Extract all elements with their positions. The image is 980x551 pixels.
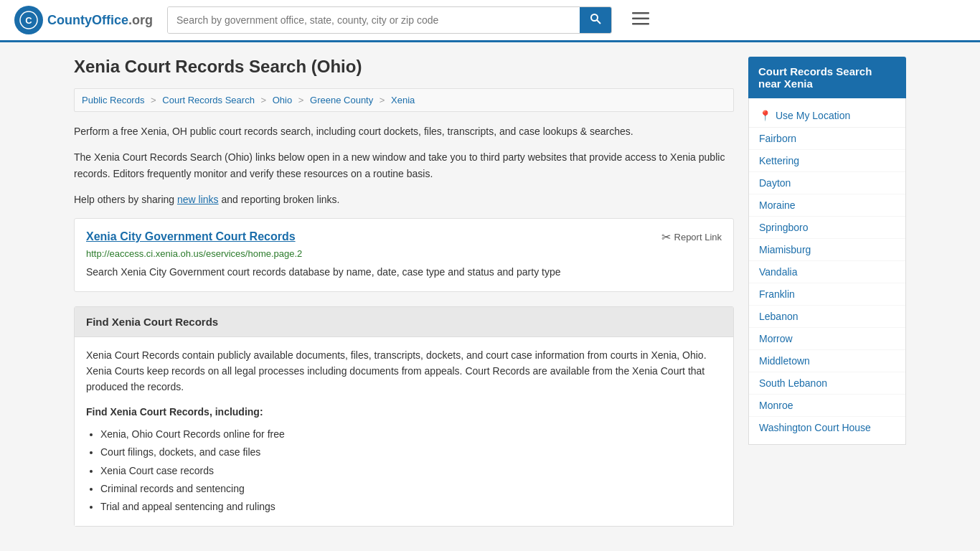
sidebar-link-miamisburg[interactable]: Miamisburg (749, 239, 905, 261)
logo[interactable]: C CountyOffice.org (14, 6, 153, 34)
record-card-header: Xenia City Government Court Records ✂ Re… (86, 230, 722, 244)
logo-icon: C (14, 6, 43, 34)
record-card-title[interactable]: Xenia City Government Court Records (86, 230, 296, 243)
breadcrumb-link-ohio[interactable]: Ohio (273, 95, 292, 105)
sidebar-link-vandalia[interactable]: Vandalia (749, 261, 905, 283)
sidebar-link-franklin[interactable]: Franklin (749, 283, 905, 306)
sidebar: Court Records Search near Xenia 📍 Use My… (748, 57, 906, 538)
scissors-icon: ✂ (661, 230, 671, 244)
svg-text:C: C (25, 15, 32, 26)
sidebar-link-moraine[interactable]: Moraine (749, 194, 905, 217)
new-links-link[interactable]: new links (177, 194, 219, 205)
sidebar-link-springboro[interactable]: Springboro (749, 217, 905, 239)
content-area: Xenia Court Records Search (Ohio) Public… (74, 57, 734, 538)
list-item: Criminal records and sentencing (100, 480, 722, 498)
search-button[interactable] (580, 7, 611, 33)
svg-rect-4 (632, 12, 649, 14)
find-section-list: Xenia, Ohio Court Records online for fre… (86, 425, 722, 516)
breadcrumb-sep-2: > (261, 95, 267, 105)
description-1: Perform a free Xenia, OH public court re… (74, 123, 734, 139)
breadcrumb-link-court-records[interactable]: Court Records Search (162, 95, 255, 105)
breadcrumb-sep-1: > (151, 95, 156, 105)
sidebar-link-south-lebanon[interactable]: South Lebanon (749, 372, 905, 395)
breadcrumb-link-xenia[interactable]: Xenia (391, 95, 415, 105)
sidebar-link-kettering[interactable]: Kettering (749, 150, 905, 172)
sidebar-link-dayton[interactable]: Dayton (749, 172, 905, 194)
search-bar (167, 6, 612, 34)
record-card: Xenia City Government Court Records ✂ Re… (74, 218, 734, 292)
svg-rect-5 (632, 18, 649, 20)
svg-point-2 (591, 14, 598, 21)
sidebar-header: Court Records Search near Xenia (748, 57, 906, 98)
find-section: Find Xenia Court Records Xenia Court Rec… (74, 306, 734, 527)
description-2: The Xenia Court Records Search (Ohio) li… (74, 149, 734, 182)
location-pin-icon: 📍 (759, 110, 771, 121)
description-3: Help others by sharing new links and rep… (74, 192, 734, 207)
record-card-description: Search Xenia City Government court recor… (86, 265, 722, 280)
breadcrumb-link-public-records[interactable]: Public Records (82, 95, 144, 105)
record-card-url[interactable]: http://eaccess.ci.xenia.oh.us/eservices/… (86, 248, 722, 259)
find-section-subheading: Find Xenia Court Records, including: (86, 404, 722, 420)
site-header: C CountyOffice.org (0, 0, 980, 42)
svg-line-3 (597, 20, 600, 24)
breadcrumb-sep-4: > (380, 95, 385, 105)
svg-rect-6 (632, 23, 649, 25)
breadcrumb: Public Records > Court Records Search > … (74, 88, 734, 112)
sidebar-link-morrow[interactable]: Morrow (749, 328, 905, 350)
search-input[interactable] (168, 7, 580, 33)
find-section-header: Find Xenia Court Records (75, 307, 733, 337)
breadcrumb-sep-3: > (298, 95, 304, 105)
report-link-button[interactable]: ✂ Report Link (661, 230, 722, 244)
sidebar-link-washington-court-house[interactable]: Washington Court House (749, 417, 905, 438)
use-location-label: Use My Location (776, 110, 850, 121)
sidebar-link-monroe[interactable]: Monroe (749, 395, 905, 417)
sidebar-link-middletown[interactable]: Middletown (749, 350, 905, 372)
find-section-text: Xenia Court Records contain publicly ava… (86, 347, 722, 395)
main-container: Xenia Court Records Search (Ohio) Public… (60, 42, 920, 551)
list-item: Xenia, Ohio Court Records online for fre… (100, 425, 722, 443)
sidebar-link-lebanon[interactable]: Lebanon (749, 306, 905, 328)
list-item: Xenia Court case records (100, 462, 722, 480)
list-item: Court filings, dockets, and case files (100, 443, 722, 461)
report-link-label: Report Link (674, 232, 722, 242)
find-section-body: Xenia Court Records contain publicly ava… (75, 337, 733, 527)
sidebar-link-fairborn[interactable]: Fairborn (749, 128, 905, 150)
use-location-link[interactable]: 📍 Use My Location (749, 104, 905, 128)
sidebar-body: 📍 Use My Location Fairborn Kettering Day… (748, 98, 906, 445)
logo-text: CountyOffice.org (47, 13, 153, 28)
list-item: Trial and appeal sentencing and rulings (100, 498, 722, 516)
hamburger-menu-button[interactable] (626, 8, 655, 32)
page-title: Xenia Court Records Search (Ohio) (74, 57, 734, 77)
breadcrumb-link-greene-county[interactable]: Greene County (310, 95, 373, 105)
